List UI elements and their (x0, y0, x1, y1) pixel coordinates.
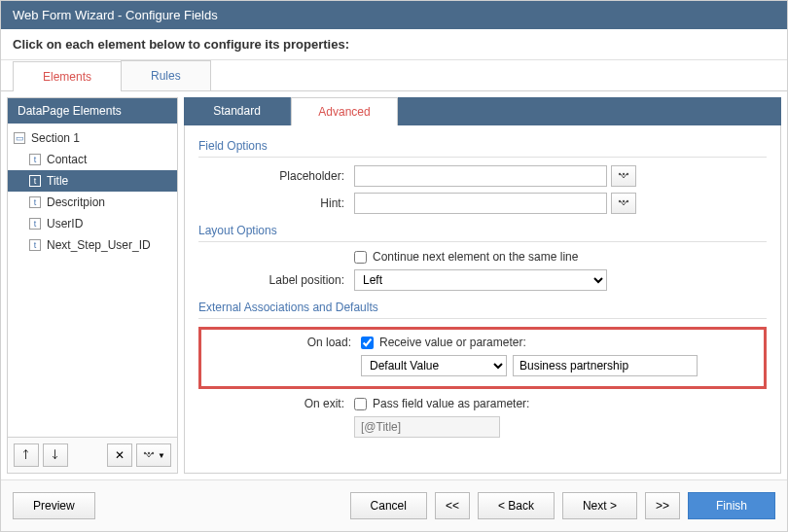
continue-label: Continue next element on the same line (373, 250, 578, 264)
close-icon: ✕ (115, 448, 125, 462)
subtab-filler (398, 97, 781, 125)
receive-value-checkbox[interactable] (361, 337, 374, 349)
window-title: Web Form Wizard - Configure Fields (1, 1, 787, 29)
field-icon: t (29, 175, 41, 187)
tree-field-label: Title (47, 174, 68, 188)
finish-button[interactable]: Finish (688, 492, 775, 519)
tree-field-label: Next_Step_User_ID (47, 238, 151, 252)
arrow-down-icon: 🡓 (50, 448, 61, 462)
picker-icon (617, 171, 630, 181)
tree-section-label: Section 1 (31, 131, 80, 145)
tab-rules[interactable]: Rules (121, 60, 211, 90)
back-button[interactable]: < Back (478, 492, 555, 519)
exit-param-input (354, 416, 500, 438)
load-type-select[interactable]: Default Value (361, 355, 507, 376)
svg-point-7 (623, 200, 625, 202)
preview-button[interactable]: Preview (13, 492, 95, 519)
hint-label: Hint: (198, 196, 354, 210)
pass-value-checkbox[interactable] (354, 398, 367, 410)
svg-point-4 (623, 173, 625, 175)
field-icon: t (29, 196, 41, 208)
main-tabs: Elements Rules (1, 60, 787, 91)
label-position-label: Label position: (198, 273, 354, 287)
tree-field-title[interactable]: tTitle (8, 170, 177, 192)
hint-input[interactable] (354, 193, 607, 214)
add-menu-button[interactable]: ▼ (136, 443, 171, 467)
last-button[interactable]: >> (645, 492, 680, 519)
cancel-button[interactable]: Cancel (350, 492, 427, 519)
delete-button[interactable]: ✕ (107, 443, 132, 467)
tree-field-next_step_user_id[interactable]: tNext_Step_User_ID (8, 234, 177, 256)
move-up-button[interactable]: 🡑 (14, 443, 39, 467)
receive-value-label: Receive value or parameter: (379, 336, 526, 349)
first-button[interactable]: << (435, 492, 470, 519)
pass-value-label: Pass field value as parameter: (373, 397, 529, 410)
chevron-down-icon: ▼ (158, 451, 165, 460)
placeholder-picker-button[interactable] (611, 165, 636, 187)
tree-field-userid[interactable]: tUserID (8, 213, 177, 234)
svg-point-5 (627, 173, 628, 175)
field-icon: t (29, 239, 41, 251)
hint-picker-button[interactable] (611, 193, 636, 214)
svg-point-1 (148, 452, 150, 454)
highlight-box: On load: Receive value or parameter: Def… (198, 327, 767, 389)
svg-point-8 (627, 200, 628, 202)
elements-tree: ▭ Section 1 tContacttTitletDescritpiontU… (8, 124, 177, 437)
move-down-button[interactable]: 🡓 (43, 443, 68, 467)
arrow-up-icon: 🡑 (20, 448, 32, 462)
instruction-text: Click on each element below to configure… (1, 29, 787, 60)
continue-checkbox[interactable] (354, 251, 367, 264)
tab-elements[interactable]: Elements (13, 61, 122, 91)
tree-field-label: Descritpion (47, 195, 105, 209)
placeholder-label: Placeholder: (198, 169, 354, 183)
external-header: External Associations and Defaults (198, 297, 767, 319)
placeholder-input[interactable] (354, 165, 607, 187)
elements-panel-header: DataPage Elements (8, 98, 177, 124)
svg-point-3 (619, 173, 621, 175)
layout-options-header: Layout Options (198, 220, 767, 242)
tree-field-label: UserID (47, 217, 83, 231)
section-icon: ▭ (14, 132, 25, 144)
field-icon: t (29, 154, 41, 165)
svg-point-2 (152, 452, 154, 454)
on-load-label: On load: (205, 336, 361, 349)
tree-field-contact[interactable]: tContact (8, 149, 177, 170)
label-position-select[interactable]: Left (354, 269, 607, 291)
tree-field-descritpion[interactable]: tDescritpion (8, 192, 177, 213)
tree-section[interactable]: ▭ Section 1 (8, 127, 177, 149)
next-button[interactable]: Next > (562, 492, 637, 519)
subtab-advanced[interactable]: Advanced (291, 97, 398, 125)
field-options-header: Field Options (198, 135, 767, 158)
tree-add-icon (142, 450, 156, 460)
on-exit-label: On exit: (198, 397, 354, 410)
picker-icon (617, 198, 630, 208)
field-icon: t (29, 218, 41, 230)
svg-point-0 (144, 452, 146, 454)
tree-field-label: Contact (47, 153, 87, 166)
load-value-input[interactable] (513, 355, 698, 376)
svg-point-6 (619, 200, 621, 202)
subtab-standard[interactable]: Standard (184, 97, 291, 125)
